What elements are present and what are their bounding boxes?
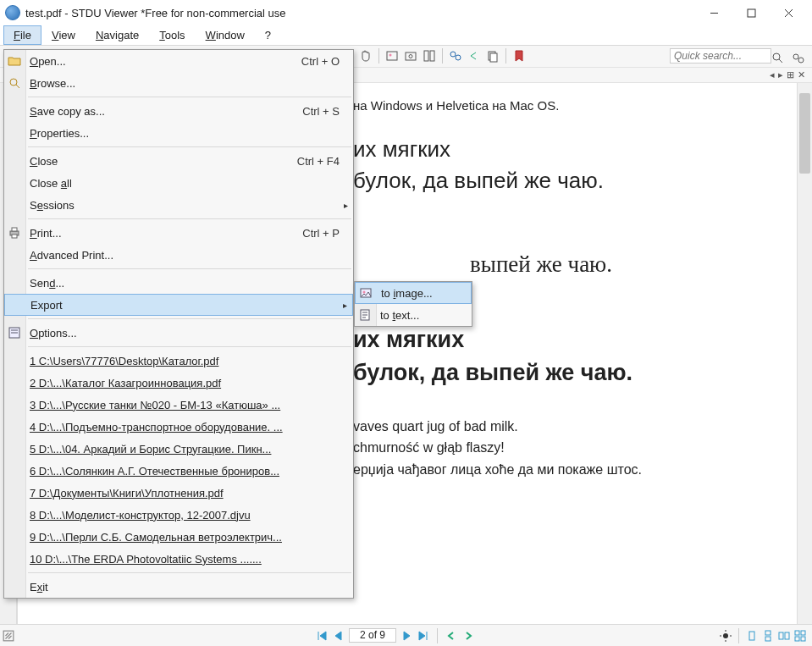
menu-properties[interactable]: Properties... [4, 122, 353, 144]
tab-tile-icon[interactable]: ⊞ [787, 69, 794, 80]
doc-text: булок, да выпей же чаю. [353, 356, 797, 389]
svg-point-33 [723, 633, 728, 638]
svg-point-10 [450, 52, 456, 57]
nav-back-icon[interactable] [445, 629, 458, 643]
menu-export[interactable]: Export▸ [4, 294, 353, 316]
statusbar-handle[interactable] [3, 630, 14, 642]
svg-rect-45 [795, 637, 799, 641]
maximize-button[interactable] [732, 1, 770, 25]
scrollbar-thumb[interactable] [799, 93, 810, 174]
menu-recent-1[interactable]: 1 C:\Users\77776\Desktop\Каталог.pdf [4, 350, 353, 372]
single-page-icon[interactable] [745, 629, 759, 643]
next-page-icon[interactable] [400, 629, 413, 643]
snapshot-icon[interactable] [402, 47, 419, 64]
statusbar: 2 of 9 [0, 624, 812, 646]
svg-rect-38 [749, 632, 754, 640]
menu-open[interactable]: Open...Ctrl + O [4, 50, 353, 72]
layout-icon[interactable] [421, 47, 438, 64]
svg-point-7 [409, 55, 412, 58]
nav-fwd-icon[interactable] [461, 629, 475, 643]
window-title: test.pdf - STDU Viewer *Free for non-com… [25, 7, 695, 19]
undo-icon[interactable] [466, 47, 483, 64]
hand-tool-icon[interactable] [357, 47, 374, 64]
svg-point-27 [363, 291, 366, 294]
menu-recent-4[interactable]: 4 D:\...\Подъемно-транспортное оборудова… [4, 416, 353, 438]
close-button[interactable] [770, 1, 807, 25]
search-next-icon[interactable] [790, 50, 807, 67]
menu-close-all[interactable]: Close all [4, 172, 353, 194]
doc-text: vaves quart jug of bad milk. [353, 416, 797, 438]
menu-recent-8[interactable]: 8 D:\...\Моделист-конструктор, 12-2007.d… [4, 504, 353, 526]
menu-recent-2[interactable]: 2 D:\...\Каталог Казагроинновация.pdf [4, 372, 353, 394]
export-submenu: to image... to text... [354, 281, 472, 327]
menu-browse[interactable]: Browse... [4, 72, 353, 94]
menu-advanced-print[interactable]: Advanced Print... [4, 244, 353, 266]
menu-recent-9[interactable]: 9 D:\...\Перли С.Б. Самодельная ветроэле… [4, 526, 353, 548]
brightness-icon[interactable] [719, 629, 732, 643]
menu-recent-3[interactable]: 3 D:\...\Русские танки №020 - БМ-13 «Кат… [4, 394, 353, 416]
menu-recent-7[interactable]: 7 D:\Документы\Книги\Уплотнения.pdf [4, 482, 353, 504]
submenu-to-image[interactable]: to image... [355, 282, 472, 304]
menu-window[interactable]: Window [196, 25, 255, 45]
svg-rect-13 [490, 53, 497, 62]
svg-rect-39 [765, 631, 771, 635]
minimize-button[interactable] [695, 1, 732, 25]
page-indicator[interactable]: 2 of 9 [349, 628, 396, 643]
continuous-icon[interactable] [761, 629, 775, 643]
menu-exit[interactable]: Exit [4, 576, 353, 598]
browse-icon [8, 76, 21, 90]
submenu-to-text[interactable]: to text... [355, 304, 472, 326]
tab-next-icon[interactable]: ▸ [778, 69, 783, 80]
quick-search-input[interactable] [670, 48, 771, 63]
svg-rect-6 [406, 52, 416, 60]
menu-send[interactable]: Send... [4, 272, 353, 294]
svg-rect-42 [785, 632, 789, 639]
svg-rect-43 [795, 631, 799, 635]
menu-save-copy-as[interactable]: Save copy as...Ctrl + S [4, 100, 353, 122]
grid-icon[interactable] [793, 629, 807, 643]
text-icon [358, 308, 372, 322]
svg-rect-9 [430, 51, 434, 61]
find-icon[interactable] [447, 47, 464, 64]
prev-page-icon[interactable] [332, 629, 345, 643]
copy-icon[interactable] [484, 47, 501, 64]
menu-sessions[interactable]: Sessions▸ [4, 194, 353, 216]
vertical-scrollbar[interactable] [797, 83, 812, 624]
doc-text: выпей же чаю. [470, 248, 797, 281]
image-tool-icon[interactable] [384, 47, 400, 64]
first-page-icon[interactable] [315, 629, 329, 643]
menu-recent-5[interactable]: 5 D:\...\04. Аркадий и Борис Стругацкие.… [4, 438, 353, 460]
svg-rect-46 [801, 637, 805, 641]
bookmark-icon[interactable] [511, 47, 528, 64]
svg-point-14 [773, 53, 780, 60]
menu-recent-10[interactable]: 10 D:\...\The ERDA Photovoltatiic System… [4, 548, 353, 570]
options-icon [8, 326, 21, 340]
doc-text: на Windows и Helvetica на Mac OS. [353, 97, 797, 115]
titlebar: test.pdf - STDU Viewer *Free for non-com… [0, 0, 812, 25]
last-page-icon[interactable] [417, 629, 430, 643]
svg-rect-44 [801, 631, 805, 635]
print-icon [8, 226, 21, 240]
menu-tools[interactable]: Tools [149, 25, 195, 45]
menu-help[interactable]: ? [255, 25, 281, 45]
menu-print[interactable]: Print...Ctrl + P [4, 222, 353, 244]
tab-prev-icon[interactable]: ◂ [770, 69, 775, 80]
svg-point-16 [793, 54, 798, 59]
svg-point-17 [798, 58, 804, 63]
menu-file[interactable]: File [3, 25, 41, 45]
menu-options[interactable]: Options... [4, 322, 353, 344]
search-icon[interactable] [770, 50, 787, 67]
svg-rect-1 [748, 9, 755, 17]
svg-rect-21 [12, 228, 17, 231]
menu-navigate[interactable]: Navigate [86, 25, 149, 45]
svg-point-18 [10, 79, 17, 86]
file-menu-dropdown: Open...Ctrl + O Browse... Save copy as..… [3, 49, 354, 599]
menu-close[interactable]: CloseCtrl + F4 [4, 150, 353, 172]
svg-point-5 [389, 54, 392, 57]
menu-view[interactable]: View [41, 25, 86, 45]
tab-close-icon[interactable]: ✕ [798, 69, 805, 80]
facing-icon[interactable] [777, 629, 791, 643]
svg-rect-22 [12, 235, 17, 238]
menu-recent-6[interactable]: 6 D:\...\Солянкин А.Г. Отечественные бро… [4, 460, 353, 482]
image-icon [359, 286, 373, 300]
